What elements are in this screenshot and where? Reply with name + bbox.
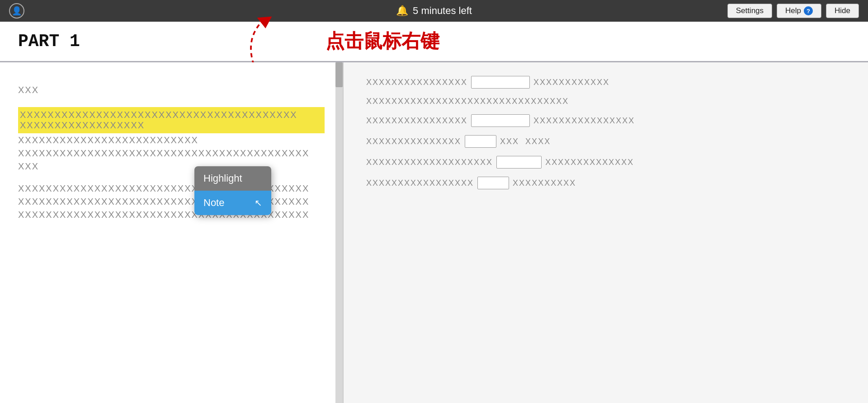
question-line-5: XXXXXXXXXXXXXXXXXXXX XXXXXXXXXXXXXX xyxy=(366,156,845,169)
questions-panel: XXXXXXXXXXXXXXXX XXXXXXXXXXXX XXXXXXXXXX… xyxy=(344,62,868,403)
passage-panel[interactable]: XXX XXXXXXXXXXXXXXXXXXXXXXXXXXXXXXXXXXXX… xyxy=(0,62,344,403)
user-avatar[interactable]: 👤 xyxy=(9,3,24,19)
topbar-right: Settings Help ? Hide xyxy=(727,4,859,18)
passage-line-7: XXXXXXXXXXXXXXXXXXXXXXXXXXXXXXXXXXXXXXXX… xyxy=(18,197,325,207)
context-menu: Highlight Note ↖ xyxy=(194,166,271,215)
part-title: PART 1 xyxy=(18,32,80,51)
scrollbar-thumb[interactable] xyxy=(335,62,343,87)
answer-input-5[interactable] xyxy=(496,156,542,169)
context-menu-highlight[interactable]: Highlight xyxy=(194,166,271,191)
cursor-icon: ↖ xyxy=(255,197,262,208)
context-menu-note[interactable]: Note ↖ xyxy=(194,191,271,215)
chinese-annotation: 点击鼠标右键 xyxy=(326,28,439,54)
question-line-4: XXXXXXXXXXXXXXX XXX XXXX xyxy=(366,135,845,148)
hide-label: Hide xyxy=(835,6,850,15)
answer-input-4[interactable] xyxy=(465,135,496,148)
help-badge: ? xyxy=(804,6,813,15)
content-area: XXX XXXXXXXXXXXXXXXXXXXXXXXXXXXXXXXXXXXX… xyxy=(0,62,868,403)
part-header: PART 1 点击鼠标右键 xyxy=(0,22,868,62)
highlight-line-2: XXXXXXXXXXXXXXXXXX xyxy=(20,120,323,131)
question-line-1: XXXXXXXXXXXXXXXX XXXXXXXXXXXX xyxy=(366,76,845,89)
help-label: Help xyxy=(785,6,801,15)
topbar-center: 🔔 5 minutes left xyxy=(396,5,472,17)
passage-line-3: XXXXXXXXXXXXXXXXXXXXXXXXXX xyxy=(18,135,325,145)
answer-input-1[interactable] xyxy=(471,76,530,89)
highlight-line-1: XXXXXXXXXXXXXXXXXXXXXXXXXXXXXXXXXXXXXXXX xyxy=(20,110,323,120)
passage-line-5: XXX xyxy=(18,161,325,172)
main-area: PART 1 点击鼠标右键 XXX xyxy=(0,22,868,403)
settings-button[interactable]: Settings xyxy=(727,4,772,18)
topbar-left: 👤 xyxy=(9,3,24,19)
settings-label: Settings xyxy=(736,6,764,15)
timer-bell-icon: 🔔 xyxy=(396,5,408,17)
passage-line-1: XXX xyxy=(18,85,325,95)
timer-text: 5 minutes left xyxy=(413,5,472,17)
answer-input-3[interactable] xyxy=(471,114,530,127)
user-icon: 👤 xyxy=(12,6,22,16)
question-line-3: XXXXXXXXXXXXXXXX XXXXXXXXXXXXXXXX xyxy=(366,114,845,127)
question-line-6: XXXXXXXXXXXXXXXXX XXXXXXXXXX xyxy=(366,177,845,189)
scrollbar-track[interactable] xyxy=(335,62,343,403)
question-line-2: XXXXXXXXXXXXXXXXXXXXXXXXXXXXXXXX xyxy=(366,97,845,106)
highlighted-text-block[interactable]: XXXXXXXXXXXXXXXXXXXXXXXXXXXXXXXXXXXXXXXX… xyxy=(18,107,325,133)
help-button[interactable]: Help ? xyxy=(777,4,821,18)
passage-line-4: XXXXXXXXXXXXXXXXXXXXXXXXXXXXXXXXXXXXXXXX… xyxy=(18,148,325,159)
passage-line-8: XXXXXXXXXXXXXXXXXXXXXXXXXXXXXXXXXXXXXXXX… xyxy=(18,210,325,220)
passage-line-6: XXXXXXXXXXXXXXXXXXXXXXXXXXXXXXXXXXXXXXXX… xyxy=(18,183,325,194)
topbar: 👤 🔔 5 minutes left Settings Help ? Hide xyxy=(0,0,868,22)
answer-input-6[interactable] xyxy=(477,177,509,189)
hide-button[interactable]: Hide xyxy=(826,4,859,18)
